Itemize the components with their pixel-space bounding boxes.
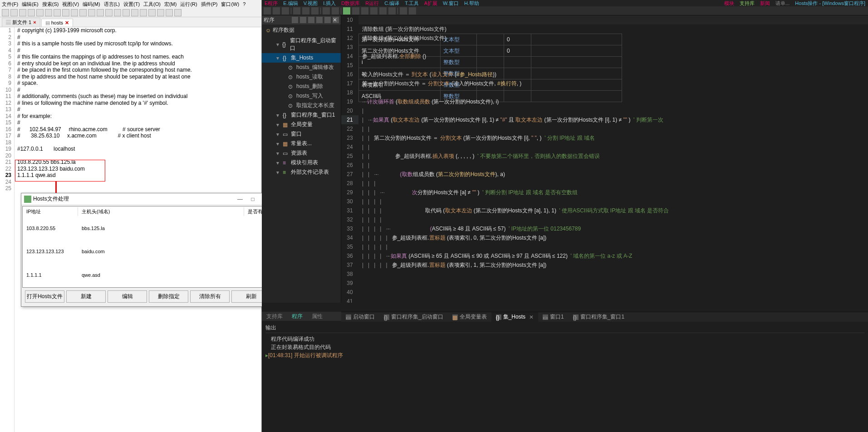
code-line[interactable]: # for example: xyxy=(17,113,261,120)
step-into-icon[interactable] xyxy=(379,7,387,15)
menu-compile[interactable]: C.编译 xyxy=(384,0,399,7)
table-row[interactable]: 123.123.123.123baidu.com是 xyxy=(24,241,272,263)
menu-run[interactable]: R运行 xyxy=(365,0,379,7)
file-tab[interactable]: ▭窗口1 xyxy=(538,312,569,322)
code-line[interactable]: # xyxy=(17,87,261,93)
code-line[interactable] xyxy=(362,43,868,52)
hosts-listview[interactable]: IP地址 主机头(域名) 是否有效 103.8.220.55bbs.125.la… xyxy=(22,206,274,288)
menu-search[interactable]: 搜索(S) xyxy=(42,1,59,8)
delete-button[interactable]: 删除指定 xyxy=(149,290,188,303)
maximize-button[interactable]: □ xyxy=(246,196,259,202)
code-line[interactable] xyxy=(362,61,868,70)
tree-item[interactable]: ⊙hosts_写入 xyxy=(262,91,341,101)
open-file-icon[interactable] xyxy=(10,9,18,16)
tree-item[interactable]: ⊙hosts_读取 xyxy=(262,72,341,82)
tree-root[interactable]: ☺程序数据 xyxy=(262,25,341,36)
code-line[interactable]: | | | ·-· 次分割的Hosts文件 [a] ≠ "" ) ' 判断分割 … xyxy=(362,188,868,197)
code-line[interactable]: # entry should be kept on an individual … xyxy=(17,60,261,67)
tree-item[interactable]: ⊙取指定文本长度 xyxy=(262,101,341,110)
menu-tools[interactable]: T.工具 xyxy=(405,0,419,7)
code-line[interactable]: | | | | xyxy=(362,197,868,206)
menu-help[interactable]: ? xyxy=(243,1,245,7)
code-line[interactable] xyxy=(17,185,261,192)
code-line[interactable]: # lines or following the machine name de… xyxy=(17,100,261,107)
paste-icon[interactable] xyxy=(71,9,78,16)
code-line[interactable]: # xyxy=(17,47,261,54)
run-icon[interactable] xyxy=(343,7,350,15)
code-line[interactable]: | | | | ·-· (ASCII码 ≥ 48 且 ASCII码 ≤ 57) … xyxy=(362,224,868,233)
copy-icon[interactable] xyxy=(62,9,69,16)
tab-program[interactable]: 程序 xyxy=(287,313,307,320)
clear-all-button[interactable]: 清除所有 xyxy=(190,290,230,303)
record-icon[interactable] xyxy=(166,9,173,16)
tab-property[interactable]: 属性 xyxy=(307,313,327,320)
menu-window[interactable]: 窗口(W) xyxy=(221,1,239,8)
menu-encoding[interactable]: 编码(M) xyxy=(83,1,100,8)
tab-close-icon[interactable]: ✕ xyxy=(529,314,534,320)
stop-icon[interactable] xyxy=(361,7,368,15)
menu-ext[interactable]: A扩展 xyxy=(424,0,437,7)
code-line[interactable]: # additionally, comments (such as these)… xyxy=(17,93,261,100)
invisible-icon[interactable] xyxy=(140,9,147,16)
step-out-icon[interactable] xyxy=(388,7,396,15)
cut-icon[interactable] xyxy=(54,9,61,16)
zoom-out-icon[interactable] xyxy=(123,9,130,16)
tree-icon[interactable] xyxy=(300,17,306,23)
col-ip[interactable]: IP地址 xyxy=(24,207,78,216)
code-line[interactable]: # 38.25.63.10 x.acme.com # x client host xyxy=(17,133,261,139)
code-line[interactable]: # this is a sample hosts file used by mi… xyxy=(17,40,261,47)
undo-icon[interactable] xyxy=(79,9,87,16)
find-icon[interactable] xyxy=(97,9,104,16)
open-icon[interactable] xyxy=(273,7,280,15)
code-line[interactable]: | | 第二次分割的Hosts文件 ＝ 分割文本 (第一次分割的Hosts文件 … xyxy=(362,133,868,142)
file-tab[interactable]: ▭启动窗口 xyxy=(341,312,379,322)
code-line[interactable] xyxy=(17,139,261,146)
file-tab[interactable]: {}窗口程序集_窗口1 xyxy=(569,312,629,322)
tree-item[interactable]: ▾{}集_Hosts xyxy=(262,53,341,63)
nav-misc[interactable]: 请单... xyxy=(775,0,790,7)
tree-item[interactable]: ▾≡外部文件记录表 xyxy=(262,167,341,177)
code-line[interactable]: # space. xyxy=(17,80,261,87)
code-line[interactable]: | | xyxy=(362,124,868,133)
tab-support[interactable]: 支持库 xyxy=(262,313,287,320)
menu-plugin[interactable]: 插件(P) xyxy=(201,1,218,8)
code-line[interactable]: | | 参_超级列表框.插入表项 (, , , , , ) ' 不要放第二个循环… xyxy=(362,152,868,161)
new-icon[interactable] xyxy=(264,7,271,15)
file-tab[interactable]: {}集_Hosts✕ xyxy=(491,312,538,322)
menu-db[interactable]: D数据库 xyxy=(341,0,360,7)
code-line[interactable]: | | | | 取代码 (取文本左边 (第二次分割的Hosts文件 [a], 1… xyxy=(362,206,868,215)
paste-icon[interactable] xyxy=(311,7,319,15)
menu-file[interactable]: 文件(F) xyxy=(2,1,18,8)
code-line[interactable]: # copyright (c) 1993-1999 microsoft corp… xyxy=(17,27,261,34)
menu-view[interactable]: V.视图 xyxy=(304,0,318,7)
table-row[interactable]: 103.8.220.55bbs.125.la是 xyxy=(24,217,272,240)
code-line[interactable]: | | | | ·-·如果真 (ASCII码 ≥ 65 且 ASCII码 ≤ 9… xyxy=(362,251,868,260)
fold-icon[interactable] xyxy=(157,9,164,16)
print-icon[interactable] xyxy=(45,9,52,16)
code-line[interactable]: 读入的Hosts文件 ＝ 到文本 (读入文件 (#参_Hosts路径)) xyxy=(362,70,868,79)
menu-window[interactable]: W.窗口 xyxy=(443,0,459,7)
code-line[interactable]: 第一次分割的Hosts文件 ＝ 分割文本 (读入的Hosts文件, #换行符, … xyxy=(362,79,868,88)
save-all-icon[interactable] xyxy=(28,9,35,16)
indent-icon[interactable] xyxy=(148,9,156,16)
find-icon[interactable] xyxy=(400,7,407,15)
menu-view[interactable]: 视图(V) xyxy=(62,1,79,8)
var-table[interactable]: 第一次分割的Hosts文件文本型0第二次分割的Hosts文件文本型0i整数型a整… xyxy=(358,15,868,25)
tab-close-icon[interactable]: × xyxy=(33,20,36,25)
tree-item[interactable]: ▾▦常量表... xyxy=(262,139,341,148)
menu-run[interactable]: 运行(R) xyxy=(180,1,197,8)
code-line[interactable]: 清除数组 (第一次分割的Hosts文件) xyxy=(362,25,868,34)
menu-program[interactable]: E程序 xyxy=(265,0,278,7)
tree-pin-icon[interactable] xyxy=(324,17,331,23)
code-line[interactable]: # the ip address and the host name shoul… xyxy=(17,74,261,80)
tree-icon[interactable] xyxy=(308,17,314,23)
code-line[interactable]: # 102.54.94.97 rhino.acme.com # source s… xyxy=(17,126,261,133)
table-row[interactable]: 1.1.1.1qwe.asd是 xyxy=(24,264,272,286)
bookmark-icon[interactable] xyxy=(409,7,416,15)
code-line[interactable]: ·-·计次循环首 (取数组成员数 (第一次分割的Hosts文件), i) xyxy=(362,97,868,106)
code-line[interactable]: | | | xyxy=(362,179,868,188)
code-line[interactable]: 清除数组 (第二次分割的Hosts文件) xyxy=(362,34,868,43)
tree-icon[interactable] xyxy=(316,17,323,23)
step-over-icon[interactable] xyxy=(370,7,378,15)
code-line[interactable]: | | xyxy=(362,142,868,152)
